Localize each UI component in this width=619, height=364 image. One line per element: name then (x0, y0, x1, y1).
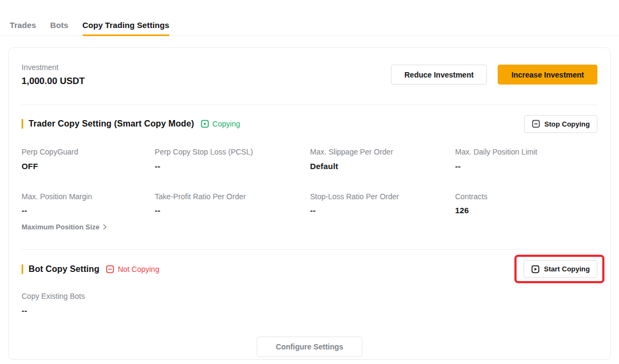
tab-trades[interactable]: Trades (10, 20, 36, 36)
field-perp-copy-stop-loss: Perp Copy Stop Loss (PCSL) -- (155, 148, 310, 171)
trader-copy-section-title: Trader Copy Setting (Smart Copy Mode) (29, 119, 194, 129)
trader-copy-section-header: Trader Copy Setting (Smart Copy Mode) Co… (22, 115, 597, 133)
field-value: -- (22, 306, 597, 315)
investment-row: Investment 1,000.00 USDT Reduce Investme… (22, 63, 597, 87)
tab-copy-trading-settings[interactable]: Copy Trading Settings (82, 20, 169, 36)
minus-square-icon (532, 120, 540, 128)
accent-bar (22, 264, 23, 274)
section-divider (21, 104, 598, 105)
field-value: -- (22, 206, 155, 215)
field-contracts: Contracts 126 (455, 192, 597, 215)
field-take-profit-ratio: Take-Profit Ratio Per Order -- (155, 192, 310, 215)
field-label: Perp CopyGuard (22, 148, 155, 157)
field-label: Max. Slippage Per Order (310, 148, 455, 157)
field-value: -- (155, 162, 310, 171)
play-square-icon (201, 120, 209, 128)
trader-copy-fields-grid: Perp CopyGuard OFF Perp Copy Stop Loss (… (22, 148, 597, 215)
reduce-investment-button[interactable]: Reduce Investment (391, 65, 487, 85)
maximum-position-size-label: Maximum Position Size (22, 223, 99, 231)
maximum-position-size-link[interactable]: Maximum Position Size (22, 223, 108, 231)
investment-block: Investment 1,000.00 USDT (22, 63, 85, 87)
copying-status-badge: Copying (201, 120, 240, 128)
investment-label: Investment (22, 63, 85, 72)
field-max-position-margin: Max. Position Margin -- (22, 192, 155, 215)
field-label: Contracts (455, 192, 597, 201)
section-divider (21, 249, 598, 250)
not-copying-status-text: Not Copying (118, 265, 159, 274)
copy-trading-settings-card: Investment 1,000.00 USDT Reduce Investme… (8, 47, 611, 360)
field-stop-loss-ratio: Stop-Loss Ratio Per Order -- (310, 192, 455, 215)
start-copying-wrap: Start Copying (524, 260, 597, 278)
field-value: OFF (22, 162, 155, 171)
tab-label: Copy Trading Settings (82, 20, 169, 30)
field-value: -- (455, 162, 597, 171)
field-label: Max. Position Margin (22, 192, 155, 201)
field-perp-copyguard: Perp CopyGuard OFF (22, 148, 155, 171)
start-copying-button[interactable]: Start Copying (524, 260, 597, 278)
field-value: 126 (455, 206, 597, 215)
field-label: Take-Profit Ratio Per Order (155, 192, 310, 201)
card-footer: Configure Settings (22, 337, 597, 357)
stop-copying-button[interactable]: Stop Copying (524, 115, 598, 133)
configure-settings-button[interactable]: Configure Settings (257, 337, 362, 357)
increase-investment-button[interactable]: Increase Investment (498, 65, 597, 85)
field-label: Copy Existing Bots (22, 292, 597, 301)
field-max-daily-position-limit: Max. Daily Position Limit -- (455, 148, 597, 171)
active-tab-indicator (82, 34, 169, 36)
accent-bar (22, 119, 23, 129)
field-copy-existing-bots: Copy Existing Bots -- (22, 292, 597, 315)
investment-buttons: Reduce Investment Increase Investment (391, 65, 597, 85)
field-value: -- (310, 206, 455, 215)
bot-copy-section-header: Bot Copy Setting Not Copying Start Copyi… (22, 260, 597, 278)
copying-status-text: Copying (212, 120, 240, 128)
investment-value: 1,000.00 USDT (22, 76, 85, 87)
field-max-slippage: Max. Slippage Per Order Default (310, 148, 455, 171)
field-value: -- (155, 206, 310, 215)
chevron-right-icon (102, 224, 108, 230)
stop-copying-label: Stop Copying (545, 120, 590, 128)
not-copying-status-badge: Not Copying (106, 265, 159, 274)
tab-bots[interactable]: Bots (50, 20, 68, 36)
field-label: Max. Daily Position Limit (455, 148, 597, 157)
minus-square-icon (106, 265, 114, 274)
play-square-icon (531, 265, 540, 274)
start-copying-label: Start Copying (544, 265, 590, 273)
field-value: Default (310, 162, 455, 171)
field-label: Perp Copy Stop Loss (PCSL) (155, 148, 310, 157)
bot-copy-section-title: Bot Copy Setting (29, 264, 99, 274)
field-label: Stop-Loss Ratio Per Order (310, 192, 455, 201)
tab-bar: Trades Bots Copy Trading Settings (0, 0, 619, 36)
